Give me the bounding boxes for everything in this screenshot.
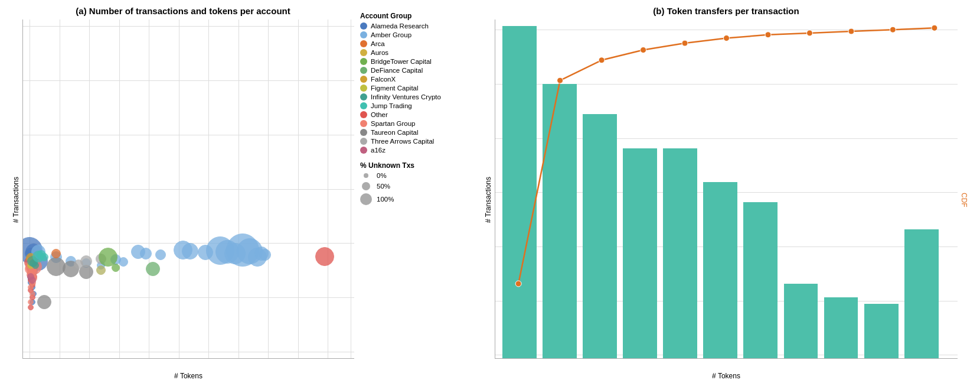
scatter-plot: 1,000,000100,00010,0001,0001001010204060… xyxy=(22,20,354,359)
chart-b-y-label: # Transactions xyxy=(484,177,492,223)
scatter-bubble xyxy=(155,249,166,260)
legend-account-title: Account Group xyxy=(360,12,472,20)
legend-item: Spartan Group xyxy=(360,120,472,127)
legend-unknown-title: % Unknown Txs xyxy=(360,161,472,170)
legend-item: DeFiance Capital xyxy=(360,67,472,74)
svg-point-1 xyxy=(557,77,563,83)
scatter-bubble xyxy=(28,299,34,305)
scatter-bubble xyxy=(259,249,271,261)
legend-item: Figment Capital xyxy=(360,85,472,92)
legend-item: Alameda Research xyxy=(360,22,472,30)
legend-item: Taureon Capital xyxy=(360,129,472,136)
left-panel: (a) Number of transactions and tokens pe… xyxy=(12,6,472,380)
svg-point-0 xyxy=(515,281,521,287)
legend-item: Other xyxy=(360,111,472,118)
legend-size-section: % Unknown Txs 0%50%100% xyxy=(360,161,472,208)
scatter-bubble xyxy=(80,255,92,267)
main-container: (a) Number of transactions and tokens pe… xyxy=(0,0,980,386)
chart-a-wrapper: (a) Number of transactions and tokens pe… xyxy=(12,6,354,380)
chart-b-content: 1,000,000100,00010,0001,000100101100%80%… xyxy=(495,20,958,380)
bar-chart: 1,000,000100,00010,0001,000100101100%80%… xyxy=(495,20,958,359)
legend-item: FalconX xyxy=(360,76,472,83)
svg-point-8 xyxy=(848,28,854,34)
chart-a-y-label: # Transactions xyxy=(12,177,20,223)
chart-b-right-y-label: CDF xyxy=(960,193,968,207)
scatter-bubble xyxy=(40,253,48,261)
legend-item: Amber Group xyxy=(360,31,472,38)
svg-point-9 xyxy=(890,27,896,33)
legend-size-item: 0% xyxy=(360,172,472,179)
scatter-bubble xyxy=(51,249,61,258)
legend-size-items: 0%50%100% xyxy=(360,172,472,205)
chart-a-title: (a) Number of transactions and tokens pe… xyxy=(12,6,354,16)
legend-items: Alameda ResearchAmber GroupArcaAurosBrid… xyxy=(360,22,472,155)
scatter-bubble xyxy=(146,262,160,276)
legend-item: Jump Trading xyxy=(360,102,472,109)
legend-item: a16z xyxy=(360,147,472,154)
scatter-bubble xyxy=(140,248,152,260)
chart-a-content: 1,000,000100,00010,0001,0001001010204060… xyxy=(22,20,354,380)
legend-size-item: 50% xyxy=(360,182,472,190)
scatter-bubble xyxy=(315,247,334,266)
scatter-bubble xyxy=(28,284,34,290)
svg-point-3 xyxy=(641,47,646,53)
scatter-bubble xyxy=(30,291,35,297)
scatter-bubble xyxy=(37,295,51,309)
scatter-bubble xyxy=(32,262,39,269)
svg-point-6 xyxy=(765,32,771,38)
chart-a-x-label: # Tokens xyxy=(22,372,354,380)
svg-point-4 xyxy=(682,40,688,46)
svg-point-10 xyxy=(932,25,937,31)
legend-item: Infinity Ventures Crypto xyxy=(360,93,472,100)
legend-size-item: 100% xyxy=(360,193,472,205)
legend-panel: Account Group Alameda ResearchAmber Grou… xyxy=(354,6,472,380)
legend-item: Auros xyxy=(360,49,472,56)
legend-item: BridgeTower Capital xyxy=(360,58,472,65)
right-panel: (b) Token transfers per transaction # Tr… xyxy=(484,6,968,380)
svg-point-7 xyxy=(806,30,812,36)
chart-a-inner: # Transactions 1,000,000100,00010,0001,0… xyxy=(12,20,354,380)
chart-b-x-label: # Tokens xyxy=(495,372,958,380)
scatter-bubble xyxy=(96,265,106,275)
legend-item: Arca xyxy=(360,40,472,47)
legend-item: Three Arrows Capital xyxy=(360,138,472,145)
scatter-bubble xyxy=(29,277,36,284)
chart-b-inner: # Transactions 1,000,000100,00010,0001,0… xyxy=(484,20,968,380)
scatter-bubble xyxy=(182,243,198,260)
scatter-bubble xyxy=(119,257,128,267)
scatter-bubble xyxy=(28,304,34,310)
scatter-bubble xyxy=(112,264,120,272)
svg-point-5 xyxy=(724,35,730,41)
chart-b-title: (b) Token transfers per transaction xyxy=(484,6,968,16)
svg-point-2 xyxy=(599,57,605,63)
